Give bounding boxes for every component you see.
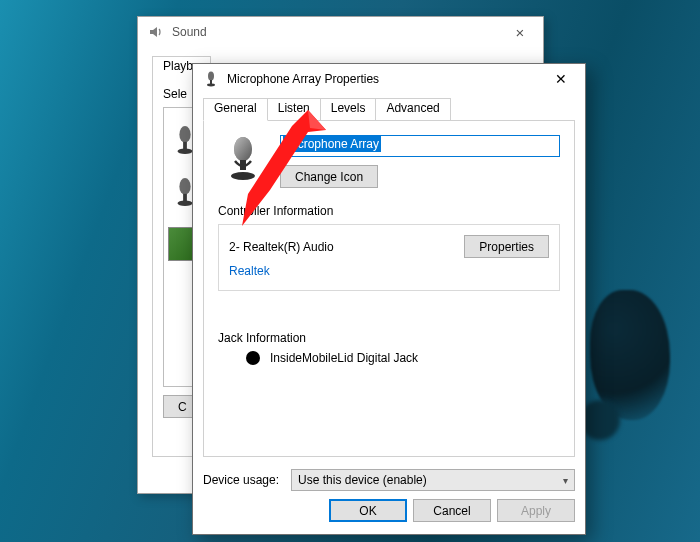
controller-info-label: Controller Information [218, 204, 560, 218]
svg-point-3 [179, 178, 190, 195]
svg-rect-4 [183, 194, 187, 202]
svg-point-10 [234, 137, 252, 161]
close-icon[interactable]: ✕ [541, 71, 581, 87]
device-usage-label: Device usage: [203, 473, 279, 487]
properties-titlebar[interactable]: Microphone Array Properties ✕ [193, 64, 585, 94]
svg-point-0 [179, 126, 190, 143]
svg-rect-7 [210, 80, 212, 84]
jack-color-dot [246, 351, 260, 365]
tab-levels[interactable]: Levels [321, 98, 377, 120]
svg-point-12 [231, 172, 255, 180]
jack-info-label: Jack Information [218, 331, 560, 345]
device-usage-value: Use this device (enable) [298, 473, 427, 487]
vendor-link[interactable]: Realtek [229, 264, 549, 278]
chevron-down-icon: ▾ [563, 475, 568, 486]
close-icon[interactable]: × [503, 24, 537, 41]
controller-info-group: 2- Realtek(R) Audio Properties Realtek [218, 224, 560, 291]
properties-title: Microphone Array Properties [227, 72, 541, 86]
background-blur [580, 400, 620, 440]
tab-advanced[interactable]: Advanced [376, 98, 450, 120]
ok-button[interactable]: OK [329, 499, 407, 522]
device-usage-select[interactable]: Use this device (enable) ▾ [291, 469, 575, 491]
properties-window: Microphone Array Properties ✕ General Li… [192, 63, 586, 535]
svg-rect-1 [183, 142, 187, 150]
svg-point-6 [208, 72, 214, 81]
svg-point-5 [178, 200, 193, 206]
tab-listen[interactable]: Listen [268, 98, 321, 120]
sound-titlebar[interactable]: Sound × [138, 17, 543, 47]
properties-tab-row: General Listen Levels Advanced [203, 98, 575, 120]
jack-name: InsideMobileLid Digital Jack [270, 351, 418, 365]
apply-button[interactable]: Apply [497, 499, 575, 522]
svg-point-2 [178, 148, 193, 154]
tab-general[interactable]: General [203, 98, 268, 121]
cancel-button[interactable]: Cancel [413, 499, 491, 522]
general-panel: Microphone Array Change Icon Controller … [203, 120, 575, 457]
speaker-icon [148, 24, 164, 40]
microphone-icon [203, 71, 219, 87]
svg-point-8 [207, 84, 215, 87]
device-large-icon [218, 135, 266, 183]
controller-properties-button[interactable]: Properties [464, 235, 549, 258]
change-icon-button[interactable]: Change Icon [280, 165, 378, 188]
controller-name: 2- Realtek(R) Audio [229, 240, 464, 254]
dialog-button-row: OK Cancel Apply [203, 499, 575, 526]
sound-window-title: Sound [172, 25, 503, 39]
device-name-input[interactable]: Microphone Array [280, 135, 560, 157]
